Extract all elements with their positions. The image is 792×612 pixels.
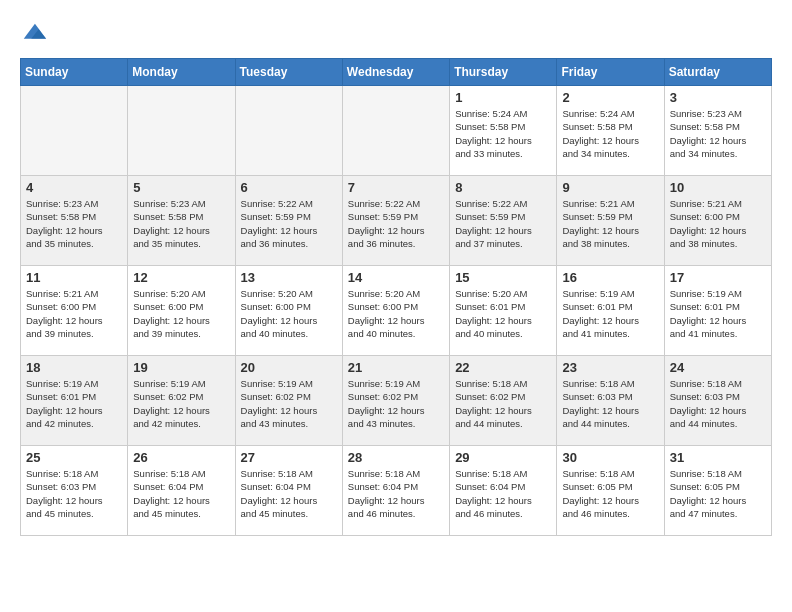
day-number: 12 bbox=[133, 270, 229, 285]
calendar-cell bbox=[128, 86, 235, 176]
day-info: Sunrise: 5:23 AM Sunset: 5:58 PM Dayligh… bbox=[670, 107, 766, 160]
day-number: 7 bbox=[348, 180, 444, 195]
day-number: 31 bbox=[670, 450, 766, 465]
logo-icon bbox=[20, 20, 48, 48]
calendar-cell: 12Sunrise: 5:20 AM Sunset: 6:00 PM Dayli… bbox=[128, 266, 235, 356]
weekday-header-friday: Friday bbox=[557, 59, 664, 86]
day-info: Sunrise: 5:21 AM Sunset: 6:00 PM Dayligh… bbox=[670, 197, 766, 250]
calendar-cell: 14Sunrise: 5:20 AM Sunset: 6:00 PM Dayli… bbox=[342, 266, 449, 356]
day-info: Sunrise: 5:18 AM Sunset: 6:04 PM Dayligh… bbox=[133, 467, 229, 520]
day-number: 17 bbox=[670, 270, 766, 285]
calendar-cell bbox=[342, 86, 449, 176]
calendar-cell: 26Sunrise: 5:18 AM Sunset: 6:04 PM Dayli… bbox=[128, 446, 235, 536]
calendar-cell: 4Sunrise: 5:23 AM Sunset: 5:58 PM Daylig… bbox=[21, 176, 128, 266]
calendar-week-row: 1Sunrise: 5:24 AM Sunset: 5:58 PM Daylig… bbox=[21, 86, 772, 176]
day-info: Sunrise: 5:20 AM Sunset: 6:00 PM Dayligh… bbox=[348, 287, 444, 340]
calendar-cell: 1Sunrise: 5:24 AM Sunset: 5:58 PM Daylig… bbox=[450, 86, 557, 176]
day-number: 4 bbox=[26, 180, 122, 195]
calendar-cell: 22Sunrise: 5:18 AM Sunset: 6:02 PM Dayli… bbox=[450, 356, 557, 446]
day-number: 27 bbox=[241, 450, 337, 465]
day-number: 8 bbox=[455, 180, 551, 195]
day-number: 15 bbox=[455, 270, 551, 285]
day-info: Sunrise: 5:19 AM Sunset: 6:02 PM Dayligh… bbox=[348, 377, 444, 430]
calendar-cell: 24Sunrise: 5:18 AM Sunset: 6:03 PM Dayli… bbox=[664, 356, 771, 446]
day-number: 11 bbox=[26, 270, 122, 285]
day-info: Sunrise: 5:19 AM Sunset: 6:01 PM Dayligh… bbox=[670, 287, 766, 340]
day-number: 29 bbox=[455, 450, 551, 465]
day-number: 18 bbox=[26, 360, 122, 375]
calendar-cell: 11Sunrise: 5:21 AM Sunset: 6:00 PM Dayli… bbox=[21, 266, 128, 356]
day-number: 25 bbox=[26, 450, 122, 465]
day-number: 3 bbox=[670, 90, 766, 105]
calendar-cell: 31Sunrise: 5:18 AM Sunset: 6:05 PM Dayli… bbox=[664, 446, 771, 536]
day-info: Sunrise: 5:18 AM Sunset: 6:04 PM Dayligh… bbox=[241, 467, 337, 520]
weekday-header-sunday: Sunday bbox=[21, 59, 128, 86]
day-number: 1 bbox=[455, 90, 551, 105]
day-number: 20 bbox=[241, 360, 337, 375]
day-info: Sunrise: 5:18 AM Sunset: 6:03 PM Dayligh… bbox=[670, 377, 766, 430]
calendar-week-row: 11Sunrise: 5:21 AM Sunset: 6:00 PM Dayli… bbox=[21, 266, 772, 356]
logo bbox=[20, 20, 52, 48]
day-number: 30 bbox=[562, 450, 658, 465]
calendar-week-row: 18Sunrise: 5:19 AM Sunset: 6:01 PM Dayli… bbox=[21, 356, 772, 446]
day-number: 24 bbox=[670, 360, 766, 375]
day-info: Sunrise: 5:20 AM Sunset: 6:01 PM Dayligh… bbox=[455, 287, 551, 340]
day-info: Sunrise: 5:18 AM Sunset: 6:05 PM Dayligh… bbox=[562, 467, 658, 520]
day-number: 13 bbox=[241, 270, 337, 285]
day-info: Sunrise: 5:18 AM Sunset: 6:03 PM Dayligh… bbox=[26, 467, 122, 520]
calendar-cell: 17Sunrise: 5:19 AM Sunset: 6:01 PM Dayli… bbox=[664, 266, 771, 356]
day-number: 14 bbox=[348, 270, 444, 285]
day-info: Sunrise: 5:23 AM Sunset: 5:58 PM Dayligh… bbox=[133, 197, 229, 250]
weekday-header-tuesday: Tuesday bbox=[235, 59, 342, 86]
weekday-header-wednesday: Wednesday bbox=[342, 59, 449, 86]
day-number: 26 bbox=[133, 450, 229, 465]
calendar-table: SundayMondayTuesdayWednesdayThursdayFrid… bbox=[20, 58, 772, 536]
calendar-week-row: 25Sunrise: 5:18 AM Sunset: 6:03 PM Dayli… bbox=[21, 446, 772, 536]
day-info: Sunrise: 5:18 AM Sunset: 6:05 PM Dayligh… bbox=[670, 467, 766, 520]
day-info: Sunrise: 5:22 AM Sunset: 5:59 PM Dayligh… bbox=[241, 197, 337, 250]
calendar-cell: 8Sunrise: 5:22 AM Sunset: 5:59 PM Daylig… bbox=[450, 176, 557, 266]
calendar-cell: 3Sunrise: 5:23 AM Sunset: 5:58 PM Daylig… bbox=[664, 86, 771, 176]
calendar-cell bbox=[235, 86, 342, 176]
calendar-cell: 28Sunrise: 5:18 AM Sunset: 6:04 PM Dayli… bbox=[342, 446, 449, 536]
calendar-cell: 9Sunrise: 5:21 AM Sunset: 5:59 PM Daylig… bbox=[557, 176, 664, 266]
day-info: Sunrise: 5:20 AM Sunset: 6:00 PM Dayligh… bbox=[133, 287, 229, 340]
calendar-cell bbox=[21, 86, 128, 176]
calendar-cell: 16Sunrise: 5:19 AM Sunset: 6:01 PM Dayli… bbox=[557, 266, 664, 356]
day-info: Sunrise: 5:19 AM Sunset: 6:01 PM Dayligh… bbox=[26, 377, 122, 430]
day-number: 23 bbox=[562, 360, 658, 375]
day-number: 9 bbox=[562, 180, 658, 195]
day-number: 21 bbox=[348, 360, 444, 375]
calendar-cell: 15Sunrise: 5:20 AM Sunset: 6:01 PM Dayli… bbox=[450, 266, 557, 356]
calendar-cell: 10Sunrise: 5:21 AM Sunset: 6:00 PM Dayli… bbox=[664, 176, 771, 266]
day-info: Sunrise: 5:18 AM Sunset: 6:03 PM Dayligh… bbox=[562, 377, 658, 430]
calendar-cell: 29Sunrise: 5:18 AM Sunset: 6:04 PM Dayli… bbox=[450, 446, 557, 536]
weekday-header-monday: Monday bbox=[128, 59, 235, 86]
day-info: Sunrise: 5:18 AM Sunset: 6:02 PM Dayligh… bbox=[455, 377, 551, 430]
weekday-header-thursday: Thursday bbox=[450, 59, 557, 86]
calendar-cell: 18Sunrise: 5:19 AM Sunset: 6:01 PM Dayli… bbox=[21, 356, 128, 446]
header bbox=[20, 20, 772, 48]
day-info: Sunrise: 5:19 AM Sunset: 6:02 PM Dayligh… bbox=[133, 377, 229, 430]
day-info: Sunrise: 5:18 AM Sunset: 6:04 PM Dayligh… bbox=[348, 467, 444, 520]
day-number: 22 bbox=[455, 360, 551, 375]
day-number: 28 bbox=[348, 450, 444, 465]
calendar-cell: 27Sunrise: 5:18 AM Sunset: 6:04 PM Dayli… bbox=[235, 446, 342, 536]
calendar-cell: 13Sunrise: 5:20 AM Sunset: 6:00 PM Dayli… bbox=[235, 266, 342, 356]
weekday-header-saturday: Saturday bbox=[664, 59, 771, 86]
calendar-cell: 6Sunrise: 5:22 AM Sunset: 5:59 PM Daylig… bbox=[235, 176, 342, 266]
day-number: 19 bbox=[133, 360, 229, 375]
day-info: Sunrise: 5:18 AM Sunset: 6:04 PM Dayligh… bbox=[455, 467, 551, 520]
calendar-week-row: 4Sunrise: 5:23 AM Sunset: 5:58 PM Daylig… bbox=[21, 176, 772, 266]
day-info: Sunrise: 5:20 AM Sunset: 6:00 PM Dayligh… bbox=[241, 287, 337, 340]
day-number: 2 bbox=[562, 90, 658, 105]
calendar-header-row: SundayMondayTuesdayWednesdayThursdayFrid… bbox=[21, 59, 772, 86]
calendar-cell: 25Sunrise: 5:18 AM Sunset: 6:03 PM Dayli… bbox=[21, 446, 128, 536]
day-info: Sunrise: 5:21 AM Sunset: 6:00 PM Dayligh… bbox=[26, 287, 122, 340]
day-number: 6 bbox=[241, 180, 337, 195]
calendar-cell: 23Sunrise: 5:18 AM Sunset: 6:03 PM Dayli… bbox=[557, 356, 664, 446]
calendar-cell: 7Sunrise: 5:22 AM Sunset: 5:59 PM Daylig… bbox=[342, 176, 449, 266]
calendar-body: 1Sunrise: 5:24 AM Sunset: 5:58 PM Daylig… bbox=[21, 86, 772, 536]
day-info: Sunrise: 5:22 AM Sunset: 5:59 PM Dayligh… bbox=[455, 197, 551, 250]
calendar-cell: 20Sunrise: 5:19 AM Sunset: 6:02 PM Dayli… bbox=[235, 356, 342, 446]
